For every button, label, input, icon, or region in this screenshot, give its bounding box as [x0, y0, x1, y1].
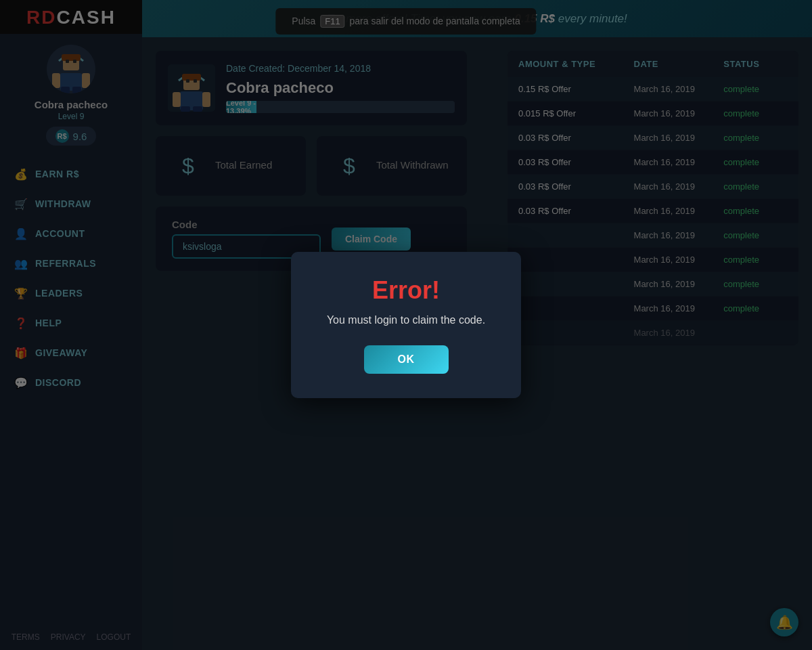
modal-overlay: Error! You must login to claim the code.…	[0, 0, 812, 650]
modal-message: You must login to claim the code.	[318, 314, 494, 326]
error-modal: Error! You must login to claim the code.…	[291, 252, 521, 398]
modal-title: Error!	[318, 276, 494, 305]
modal-ok-button[interactable]: OK	[364, 345, 449, 374]
